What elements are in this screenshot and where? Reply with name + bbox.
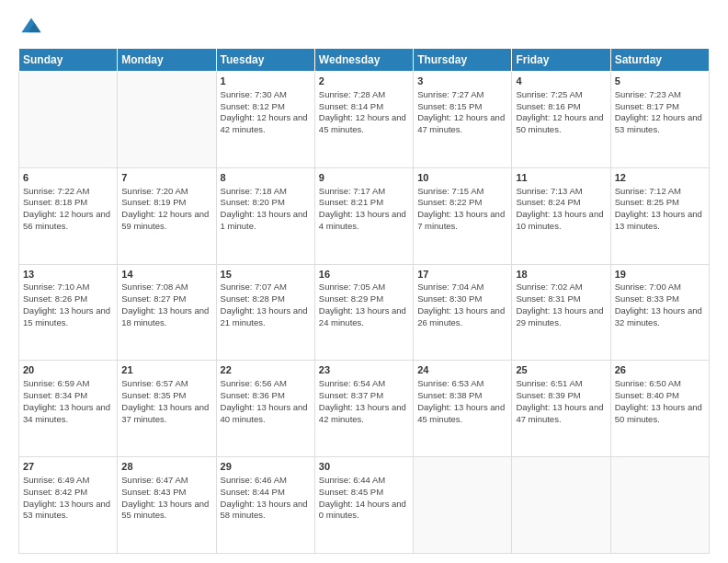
day-info: Sunrise: 7:13 AM — [516, 186, 606, 198]
day-info: Daylight: 13 hours and 10 minutes. — [516, 209, 606, 233]
day-info: Daylight: 13 hours and 15 minutes. — [23, 305, 113, 329]
day-info: Sunrise: 7:25 AM — [516, 89, 606, 101]
calendar-cell: 28Sunrise: 6:47 AMSunset: 8:43 PMDayligh… — [118, 457, 216, 554]
day-info: Daylight: 13 hours and 21 minutes. — [221, 305, 311, 329]
day-info: Sunrise: 7:28 AM — [319, 89, 409, 101]
day-number: 11 — [516, 171, 606, 185]
day-info: Sunrise: 7:20 AM — [121, 186, 211, 198]
calendar-cell — [19, 72, 118, 168]
logo-icon — [18, 15, 44, 40]
calendar-cell: 23Sunrise: 6:54 AMSunset: 8:37 PMDayligh… — [314, 361, 413, 457]
day-info: Sunrise: 6:59 AM — [23, 378, 113, 390]
day-number: 3 — [417, 75, 507, 88]
calendar-cell — [512, 457, 610, 554]
day-info: Sunrise: 7:18 AM — [221, 186, 311, 198]
day-number: 30 — [319, 460, 409, 474]
day-info: Sunset: 8:14 PM — [319, 101, 409, 113]
calendar-cell: 19Sunrise: 7:00 AMSunset: 8:33 PMDayligh… — [610, 264, 709, 361]
day-info: Sunset: 8:37 PM — [319, 390, 409, 402]
day-info: Sunset: 8:17 PM — [615, 101, 705, 113]
day-info: Daylight: 13 hours and 7 minutes. — [417, 209, 507, 233]
day-number: 10 — [417, 171, 507, 185]
day-info: Sunset: 8:25 PM — [615, 197, 705, 209]
day-info: Sunset: 8:31 PM — [516, 293, 606, 305]
day-info: Sunset: 8:28 PM — [221, 293, 311, 305]
weekday-header-sunday: Sunday — [19, 49, 118, 72]
day-info: Sunset: 8:42 PM — [23, 487, 113, 499]
day-info: Sunrise: 6:51 AM — [516, 378, 606, 390]
calendar-cell: 21Sunrise: 6:57 AMSunset: 8:35 PMDayligh… — [118, 361, 216, 457]
calendar-cell: 18Sunrise: 7:02 AMSunset: 8:31 PMDayligh… — [512, 264, 610, 361]
day-info: Daylight: 13 hours and 32 minutes. — [615, 305, 705, 329]
calendar-table: SundayMondayTuesdayWednesdayThursdayFrid… — [18, 48, 710, 554]
calendar-week-1: 1Sunrise: 7:30 AMSunset: 8:12 PMDaylight… — [19, 72, 710, 168]
weekday-header-saturday: Saturday — [610, 49, 709, 72]
day-info: Sunrise: 7:17 AM — [319, 186, 409, 198]
calendar-cell: 27Sunrise: 6:49 AMSunset: 8:42 PMDayligh… — [19, 457, 118, 554]
day-info: Sunset: 8:44 PM — [221, 487, 311, 499]
day-info: Sunset: 8:40 PM — [615, 390, 705, 402]
day-info: Daylight: 12 hours and 42 minutes. — [221, 112, 311, 136]
calendar-cell: 29Sunrise: 6:46 AMSunset: 8:44 PMDayligh… — [216, 457, 314, 554]
day-info: Daylight: 13 hours and 34 minutes. — [23, 402, 113, 426]
calendar-cell: 22Sunrise: 6:56 AMSunset: 8:36 PMDayligh… — [216, 361, 314, 457]
day-number: 12 — [615, 171, 705, 185]
page-header — [18, 15, 710, 40]
calendar-cell — [610, 457, 709, 554]
day-info: Sunrise: 7:10 AM — [23, 282, 113, 293]
day-info: Daylight: 13 hours and 50 minutes. — [615, 402, 705, 426]
day-info: Daylight: 13 hours and 47 minutes. — [516, 402, 606, 426]
day-info: Daylight: 13 hours and 40 minutes. — [221, 402, 311, 426]
day-info: Daylight: 12 hours and 59 minutes. — [121, 209, 211, 233]
day-info: Sunset: 8:43 PM — [121, 487, 211, 499]
day-info: Sunrise: 6:46 AM — [221, 475, 311, 487]
calendar-cell: 10Sunrise: 7:15 AMSunset: 8:22 PMDayligh… — [414, 167, 512, 264]
day-info: Sunrise: 7:00 AM — [615, 282, 705, 293]
day-info: Sunset: 8:29 PM — [319, 293, 409, 305]
day-info: Sunrise: 7:27 AM — [417, 89, 507, 101]
calendar-cell: 2Sunrise: 7:28 AMSunset: 8:14 PMDaylight… — [314, 72, 413, 168]
day-number: 22 — [221, 363, 311, 377]
day-info: Daylight: 13 hours and 26 minutes. — [417, 305, 507, 329]
day-info: Daylight: 13 hours and 42 minutes. — [319, 402, 409, 426]
day-info: Daylight: 12 hours and 45 minutes. — [319, 112, 409, 136]
day-number: 17 — [417, 268, 507, 282]
day-info: Daylight: 12 hours and 50 minutes. — [516, 112, 606, 136]
day-number: 8 — [221, 171, 311, 185]
day-info: Daylight: 13 hours and 13 minutes. — [615, 209, 705, 233]
day-number: 9 — [319, 171, 409, 185]
day-number: 14 — [121, 268, 211, 282]
day-info: Sunset: 8:38 PM — [417, 390, 507, 402]
day-number: 15 — [221, 268, 311, 282]
day-info: Sunrise: 7:12 AM — [615, 186, 705, 198]
day-info: Sunset: 8:39 PM — [516, 390, 606, 402]
calendar-cell — [118, 72, 216, 168]
day-info: Sunrise: 7:30 AM — [221, 89, 311, 101]
weekday-header-monday: Monday — [118, 49, 216, 72]
calendar-cell: 24Sunrise: 6:53 AMSunset: 8:38 PMDayligh… — [414, 361, 512, 457]
day-info: Sunrise: 6:44 AM — [319, 475, 409, 487]
day-number: 27 — [23, 460, 113, 474]
weekday-header-row: SundayMondayTuesdayWednesdayThursdayFrid… — [19, 49, 710, 72]
calendar-cell: 15Sunrise: 7:07 AMSunset: 8:28 PMDayligh… — [216, 264, 314, 361]
calendar-cell: 25Sunrise: 6:51 AMSunset: 8:39 PMDayligh… — [512, 361, 610, 457]
calendar-cell: 16Sunrise: 7:05 AMSunset: 8:29 PMDayligh… — [314, 264, 413, 361]
day-info: Sunrise: 7:04 AM — [417, 282, 507, 293]
calendar-cell: 17Sunrise: 7:04 AMSunset: 8:30 PMDayligh… — [414, 264, 512, 361]
day-info: Daylight: 13 hours and 58 minutes. — [221, 499, 311, 523]
day-info: Sunrise: 7:23 AM — [615, 89, 705, 101]
day-info: Sunset: 8:22 PM — [417, 197, 507, 209]
day-info: Sunrise: 7:05 AM — [319, 282, 409, 293]
day-info: Daylight: 13 hours and 4 minutes. — [319, 209, 409, 233]
calendar-cell: 14Sunrise: 7:08 AMSunset: 8:27 PMDayligh… — [118, 264, 216, 361]
calendar-cell: 5Sunrise: 7:23 AMSunset: 8:17 PMDaylight… — [610, 72, 709, 168]
day-info: Sunrise: 6:49 AM — [23, 475, 113, 487]
day-info: Daylight: 13 hours and 37 minutes. — [121, 402, 211, 426]
weekday-header-thursday: Thursday — [414, 49, 512, 72]
day-number: 19 — [615, 268, 705, 282]
calendar-week-4: 20Sunrise: 6:59 AMSunset: 8:34 PMDayligh… — [19, 361, 710, 457]
day-info: Sunset: 8:34 PM — [23, 390, 113, 402]
weekday-header-friday: Friday — [512, 49, 610, 72]
day-number: 23 — [319, 363, 409, 377]
day-number: 13 — [23, 268, 113, 282]
